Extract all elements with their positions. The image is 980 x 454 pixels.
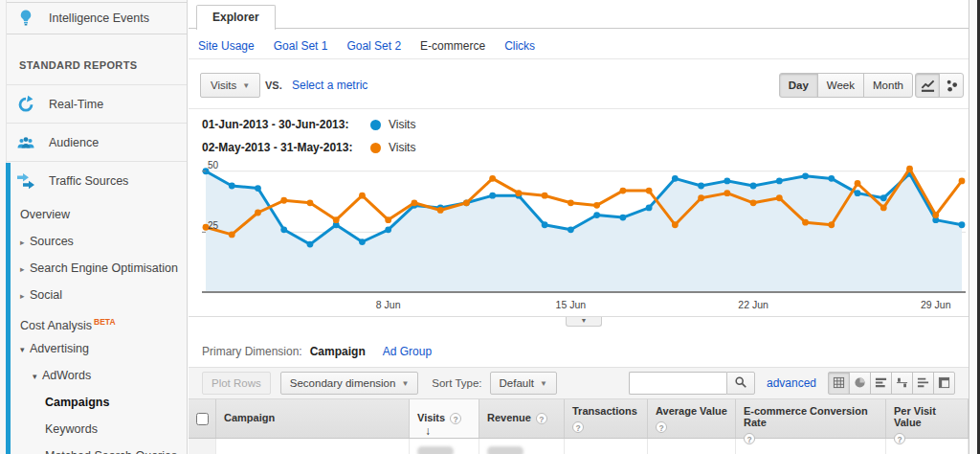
- legend-metric-label: Visits: [389, 118, 415, 131]
- table-row[interactable]: [189, 439, 969, 454]
- sort-desc-icon: ↓: [425, 424, 431, 438]
- sidebar-item-matched-search-queries[interactable]: Matched Search Queries: [7, 443, 187, 454]
- column-header-campaign[interactable]: Campaign: [216, 399, 410, 438]
- percentage-view-icon: [854, 376, 866, 391]
- legend-row: 01-Jun-2013 - 30-Jun-2013: Visits: [202, 113, 415, 136]
- subtab-site-usage[interactable]: Site Usage: [198, 32, 255, 61]
- sidebar-item-sources[interactable]: ▸Sources: [7, 228, 187, 255]
- sidebar-item-advertising[interactable]: ▾Advertising: [7, 335, 187, 362]
- dimension-campaign-selected[interactable]: Campaign: [310, 345, 366, 358]
- column-label: Average Value: [656, 405, 727, 417]
- table-header-row: CampaignVisits?↓Revenue?Transactions?Ave…: [189, 399, 969, 439]
- realtime-icon: [16, 95, 37, 114]
- sidebar-item-label: Traffic Sources: [49, 174, 128, 188]
- sidebar-item-label: Intelligence Events: [49, 11, 149, 25]
- granularity-day-button[interactable]: Day: [779, 73, 818, 98]
- select-a-metric-link[interactable]: Select a metric: [292, 79, 368, 92]
- sidebar-item-overview[interactable]: Overview: [7, 201, 187, 228]
- performance-view-icon: [875, 376, 887, 391]
- svg-text:15 Jun: 15 Jun: [556, 299, 587, 310]
- sidebar-item-audience[interactable]: Audience: [7, 123, 187, 161]
- help-icon[interactable]: ?: [450, 413, 461, 424]
- legend-color-dot: [370, 143, 381, 153]
- column-label: E-commerce Conversion Rate: [744, 405, 868, 428]
- table-view-button[interactable]: [828, 372, 850, 395]
- column-header-revenue[interactable]: Revenue?: [479, 399, 565, 438]
- granularity-week-button[interactable]: Week: [817, 73, 864, 98]
- disclosure-arrow-icon: ▸: [20, 256, 30, 283]
- view-toggle-buttons: [828, 372, 955, 395]
- svg-text:8 Jun: 8 Jun: [376, 299, 401, 310]
- subtab-goal-set-1[interactable]: Goal Set 1: [274, 32, 328, 61]
- column-header-e-commerce-conversion-rate[interactable]: E-commerce Conversion Rate?: [736, 399, 886, 438]
- column-header-per-visit-value[interactable]: Per Visit Value?: [886, 399, 969, 438]
- subtab-clicks[interactable]: Clicks: [504, 32, 535, 61]
- percentage-view-button[interactable]: [849, 372, 871, 395]
- blurred-value: [417, 446, 454, 454]
- search-input[interactable]: [629, 372, 726, 395]
- sort-type-dropdown[interactable]: Default ▼: [490, 372, 557, 395]
- column-label: Per Visit Value: [894, 405, 936, 428]
- sidebar-subitem-label: Social: [30, 288, 62, 302]
- dimension-ad-group-link[interactable]: Ad Group: [383, 345, 432, 358]
- term-cloud-view-button[interactable]: [912, 372, 934, 395]
- sidebar-item-search-engine-optimisation[interactable]: ▸Search Engine Optimisation: [7, 255, 187, 282]
- sidebar-item-campaigns[interactable]: Campaigns: [7, 389, 187, 416]
- column-header-visits[interactable]: Visits?↓: [410, 399, 479, 438]
- column-label: Campaign: [224, 412, 275, 423]
- help-icon[interactable]: ?: [536, 413, 547, 424]
- subtab-e-commerce[interactable]: E-commerce: [420, 32, 485, 61]
- sidebar-item-social[interactable]: ▸Social: [7, 282, 187, 308]
- svg-text:50: 50: [208, 160, 219, 170]
- chart-canvas: 25508 Jun15 Jun22 Jun29 Jun: [202, 159, 966, 314]
- advanced-search-link[interactable]: advanced: [767, 376, 816, 390]
- tab-explorer[interactable]: Explorer: [196, 5, 276, 30]
- sidebar-item-intelligence-events[interactable]: Intelligence Events: [7, 2, 187, 34]
- beta-badge: BETA: [94, 317, 116, 327]
- blurred-value: [487, 446, 523, 454]
- campaigns-table: CampaignVisits?↓Revenue?Transactions?Ave…: [189, 399, 969, 454]
- pivot-view-button[interactable]: [933, 372, 955, 395]
- help-icon[interactable]: ?: [894, 433, 905, 444]
- sidebar-subitem-label: Cost Analysis: [20, 319, 92, 332]
- metric-dropdown[interactable]: Visits ▼: [200, 73, 260, 98]
- traffic-sources-subitems: Overview ▸Sources ▸Search Engine Optimis…: [7, 201, 187, 454]
- sidebar-item-real-time[interactable]: Real-Time: [7, 84, 187, 123]
- standard-reports-header: STANDARD REPORTS: [19, 59, 138, 71]
- row-cell-average-value: [648, 439, 736, 454]
- row-cell-visits: [410, 439, 479, 454]
- sidebar-subitem-label: Advertising: [30, 342, 89, 355]
- granularity-month-button[interactable]: Month: [863, 73, 913, 98]
- help-icon[interactable]: ?: [656, 421, 667, 433]
- subtab-goal-set-2[interactable]: Goal Set 2: [346, 32, 401, 61]
- column-label: Visits: [417, 412, 445, 423]
- table-search: [629, 372, 755, 395]
- row-checkbox-cell: [189, 439, 216, 454]
- search-button[interactable]: [726, 372, 755, 395]
- column-header-average-value[interactable]: Average Value?: [648, 399, 736, 438]
- comparison-view-icon: [896, 376, 908, 391]
- sidebar-item-keywords[interactable]: Keywords: [7, 416, 187, 443]
- column-label: Revenue: [487, 412, 531, 423]
- audience-icon: [16, 133, 37, 152]
- line-chart-icon-button[interactable]: [915, 73, 940, 98]
- sidebar-item-cost-analysis[interactable]: Cost AnalysisBETA: [7, 308, 187, 335]
- table-toolbar: Plot Rows Secondary dimension ▼ Sort Typ…: [189, 367, 969, 399]
- chart-expander-handle[interactable]: ▼: [566, 317, 602, 327]
- help-icon[interactable]: ?: [744, 433, 755, 444]
- performance-view-button[interactable]: [870, 372, 892, 395]
- help-icon[interactable]: ?: [572, 421, 584, 433]
- svg-text:25: 25: [208, 220, 219, 231]
- secondary-dimension-dropdown[interactable]: Secondary dimension ▼: [280, 372, 419, 395]
- analytics-page: Intelligence Events STANDARD REPORTS Rea…: [0, 0, 980, 454]
- select-all-checkbox[interactable]: [196, 413, 209, 425]
- sidebar-item-adwords[interactable]: ▾AdWords: [7, 362, 187, 389]
- comparison-view-button[interactable]: [891, 372, 913, 395]
- primary-dimension-bar: Primary Dimension: Campaign Ad Group: [202, 337, 432, 366]
- sidebar-item-label: Real-Time: [49, 98, 103, 111]
- motion-chart-icon-button[interactable]: [939, 73, 964, 98]
- sort-type-value: Default: [500, 377, 534, 389]
- column-header-transactions[interactable]: Transactions?: [565, 399, 648, 438]
- sidebar-subitem-label: Overview: [20, 208, 70, 221]
- sidebar-item-traffic-sources[interactable]: Traffic Sources: [7, 161, 187, 199]
